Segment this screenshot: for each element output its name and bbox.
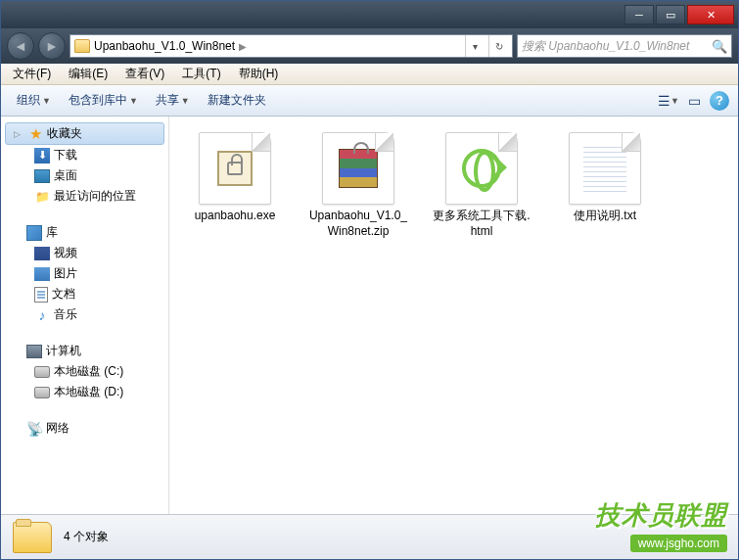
breadcrumb-text: Upanbaohu_V1.0_Win8net: [94, 39, 235, 53]
maximize-button[interactable]: ▭: [656, 5, 685, 24]
navigation-bar: ◄ ► Upanbaohu_V1.0_Win8net ▶ ▾ ↻ 搜索 Upan…: [1, 28, 738, 64]
folder-icon: [74, 39, 90, 53]
picture-icon: [34, 267, 50, 281]
sidebar-item-libraries[interactable]: 库: [1, 222, 168, 243]
file-label: upanbaohu.exe: [195, 209, 276, 224]
file-label: 更多系统工具下载.html: [432, 209, 531, 239]
titlebar: ─ ▭ ✕: [1, 1, 738, 28]
breadcrumb-separator: ▶: [239, 41, 247, 52]
share-button[interactable]: 共享▼: [148, 88, 198, 113]
sidebar-item-documents[interactable]: 文档: [1, 284, 168, 304]
sidebar-item-disk-c[interactable]: 本地磁盘 (C:): [1, 361, 168, 382]
disk-icon: [34, 387, 50, 398]
content-area: ▷ ★ 收藏夹 ⬇下载 桌面 📁最近访问的位置 库 视频 图片 文档 ♪音乐 计…: [1, 117, 738, 514]
file-item-zip[interactable]: Upanbaohu_V1.0_Win8net.zip: [304, 128, 412, 243]
star-icon: ★: [27, 126, 43, 142]
toolbar: 组织▼ 包含到库中▼ 共享▼ 新建文件夹 ☰ ▼ ▭ ?: [1, 85, 738, 117]
sidebar-item-computer[interactable]: 计算机: [1, 341, 168, 361]
search-icon: 🔍: [712, 39, 727, 54]
newfolder-button[interactable]: 新建文件夹: [200, 88, 274, 113]
music-icon: ♪: [34, 307, 50, 323]
watermark-url: www.jsgho.com: [630, 535, 727, 552]
watermark: 技术员联盟 www.jsgho.com: [595, 498, 727, 552]
menu-bar: 文件(F) 编辑(E) 查看(V) 工具(T) 帮助(H): [1, 64, 738, 85]
sidebar-item-network[interactable]: 📡网络: [1, 418, 168, 439]
sidebar-item-recent[interactable]: 📁最近访问的位置: [1, 186, 168, 207]
sidebar-item-disk-d[interactable]: 本地磁盘 (D:): [1, 382, 168, 402]
file-list[interactable]: upanbaohu.exe Upanbaohu_V1.0_Win8net.zip…: [169, 117, 738, 514]
sidebar-item-pictures[interactable]: 图片: [1, 263, 168, 284]
view-options-button[interactable]: ☰ ▼: [658, 90, 679, 112]
archive-icon: [322, 132, 394, 205]
help-icon: ?: [710, 91, 729, 111]
search-box[interactable]: 搜索 Upanbaohu_V1.0_Win8net 🔍: [517, 34, 732, 58]
sidebar-item-music[interactable]: ♪音乐: [1, 304, 168, 325]
file-item-exe[interactable]: upanbaohu.exe: [181, 128, 289, 243]
include-button[interactable]: 包含到库中▼: [61, 88, 146, 113]
video-icon: [34, 247, 50, 260]
computer-icon: [26, 345, 42, 358]
menu-tools[interactable]: 工具(T): [174, 64, 228, 84]
menu-view[interactable]: 查看(V): [117, 64, 172, 84]
desktop-icon: [34, 169, 50, 183]
explorer-window: ─ ▭ ✕ ◄ ► Upanbaohu_V1.0_Win8net ▶ ▾ ↻ 搜…: [0, 0, 739, 560]
address-dropdown-button[interactable]: ▾: [465, 35, 485, 57]
menu-help[interactable]: 帮助(H): [231, 64, 287, 84]
chevron-down-icon: ▼: [181, 96, 190, 106]
close-button[interactable]: ✕: [687, 5, 734, 24]
back-button[interactable]: ◄: [7, 32, 34, 60]
organize-button[interactable]: 组织▼: [9, 88, 59, 113]
file-label: Upanbaohu_V1.0_Win8net.zip: [308, 209, 408, 239]
file-label: 使用说明.txt: [574, 209, 636, 224]
menu-edit[interactable]: 编辑(E): [61, 64, 115, 84]
navigation-pane: ▷ ★ 收藏夹 ⬇下载 桌面 📁最近访问的位置 库 视频 图片 文档 ♪音乐 计…: [1, 117, 169, 514]
library-icon: [26, 225, 42, 241]
expand-caret[interactable]: ▷: [14, 129, 23, 139]
folder-icon: [13, 522, 52, 553]
file-item-txt[interactable]: 使用说明.txt: [551, 128, 659, 243]
watermark-title: 技术员联盟: [595, 498, 727, 533]
sidebar-item-videos[interactable]: 视频: [1, 243, 168, 263]
help-button[interactable]: ?: [709, 90, 730, 112]
menu-file[interactable]: 文件(F): [5, 64, 59, 84]
download-icon: ⬇: [34, 148, 50, 163]
network-icon: 📡: [26, 421, 42, 437]
sidebar-item-desktop[interactable]: 桌面: [1, 165, 168, 186]
exe-icon: [199, 132, 271, 205]
sidebar-item-favorites[interactable]: ▷ ★ 收藏夹: [5, 122, 164, 145]
forward-button[interactable]: ►: [38, 32, 66, 60]
chevron-down-icon: ▼: [129, 96, 138, 106]
address-bar[interactable]: Upanbaohu_V1.0_Win8net ▶ ▾ ↻: [69, 34, 513, 58]
document-icon: [34, 287, 48, 303]
html-icon: [445, 132, 518, 205]
txt-icon: [569, 132, 641, 205]
recent-icon: 📁: [34, 189, 50, 205]
refresh-button[interactable]: ↻: [488, 35, 508, 57]
sidebar-item-downloads[interactable]: ⬇下载: [1, 145, 168, 165]
preview-pane-button[interactable]: ▭: [683, 90, 705, 112]
minimize-button[interactable]: ─: [624, 5, 654, 24]
status-text: 4 个对象: [64, 529, 109, 545]
file-item-html[interactable]: 更多系统工具下载.html: [428, 128, 535, 243]
disk-icon: [34, 366, 50, 378]
chevron-down-icon: ▼: [42, 96, 51, 106]
search-placeholder: 搜索 Upanbaohu_V1.0_Win8net: [522, 38, 689, 55]
